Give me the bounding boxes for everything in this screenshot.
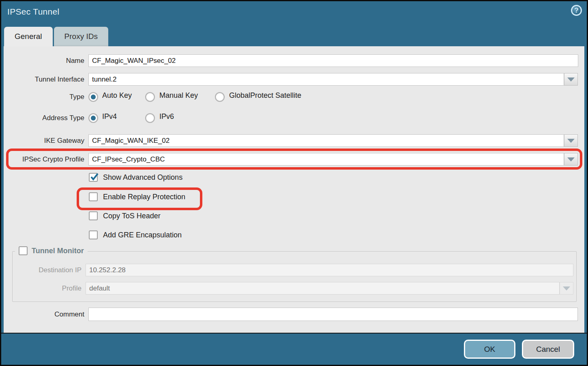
enable-replay-protection-checkbox[interactable]: [89, 192, 98, 201]
address-type-row: Address Type IPv4 IPv6: [4, 113, 584, 123]
dialog-footer: OK Cancel: [1, 333, 587, 365]
tunnel-monitor-checkbox[interactable]: [19, 246, 28, 255]
radio-selected-dot: [91, 116, 96, 121]
ipsec-crypto-profile-dropdown-button[interactable]: [564, 153, 578, 166]
show-advanced-options-checkbox[interactable]: [89, 173, 98, 182]
tunnel-interface-label: Tunnel Interface: [4, 75, 84, 84]
dialog-titlebar: IPSec Tunnel ?: [1, 1, 587, 26]
radio-manual-key[interactable]: [145, 92, 155, 102]
cancel-button[interactable]: Cancel: [522, 340, 574, 359]
chevron-down-icon: [563, 286, 570, 291]
add-gre-encapsulation-checkbox[interactable]: [89, 230, 98, 239]
comment-label: Comment: [4, 310, 84, 319]
dialog-title: IPSec Tunnel: [7, 7, 60, 17]
name-input[interactable]: [88, 54, 578, 67]
address-type-label: Address Type: [4, 114, 84, 122]
chevron-down-icon: [567, 157, 575, 161]
radio-globalprotect-satellite[interactable]: [215, 92, 225, 102]
radio-ipv4[interactable]: [88, 113, 98, 123]
tunnel-interface-input[interactable]: [88, 73, 564, 86]
name-row: Name: [4, 54, 584, 67]
radio-ipv6-label: IPv6: [159, 112, 174, 121]
name-label: Name: [4, 57, 84, 65]
ipsec-tunnel-dialog: IPSec Tunnel ? General Proxy IDs Name Tu…: [0, 0, 588, 366]
comment-input[interactable]: [88, 308, 578, 321]
help-icon[interactable]: ?: [571, 5, 582, 16]
general-tab-panel: Name Tunnel Interface Type Auto Key Manu…: [4, 46, 584, 334]
show-advanced-options-label: Show Advanced Options: [103, 173, 182, 182]
tunnel-monitor-label: Tunnel Monitor: [32, 247, 84, 255]
tab-proxy-ids[interactable]: Proxy IDs: [54, 27, 108, 46]
profile-input: [86, 282, 560, 295]
radio-ipv6[interactable]: [145, 113, 155, 123]
radio-globalprotect-satellite-label: GlobalProtect Satellite: [229, 91, 301, 100]
destination-ip-row: Destination IP: [13, 264, 576, 276]
tunnel-interface-row: Tunnel Interface: [4, 73, 584, 86]
tunnel-interface-dropdown-button[interactable]: [564, 73, 578, 86]
copy-tos-header-checkbox[interactable]: [89, 211, 98, 220]
tab-bar: General Proxy IDs: [4, 27, 108, 46]
ipsec-crypto-profile-label: IPSec Crypto Profile: [4, 155, 84, 164]
profile-dropdown-button: [560, 282, 573, 295]
ike-gateway-input[interactable]: [88, 134, 564, 147]
destination-ip-label: Destination IP: [13, 266, 82, 274]
comment-row: Comment: [4, 308, 584, 321]
tunnel-monitor-legend: Tunnel Monitor: [15, 246, 88, 255]
destination-ip-input: [86, 264, 573, 276]
tunnel-monitor-section: Tunnel Monitor Destination IP Profile: [12, 251, 577, 302]
radio-selected-dot: [91, 95, 96, 99]
radio-ipv4-label: IPv4: [102, 112, 117, 121]
ike-gateway-label: IKE Gateway: [4, 137, 84, 145]
profile-label: Profile: [13, 284, 82, 293]
ipsec-crypto-profile-input[interactable]: [88, 153, 564, 166]
type-label: Type: [4, 93, 84, 101]
enable-replay-protection-row: Enable Replay Protection: [89, 192, 185, 201]
add-gre-encapsulation-label: Add GRE Encapsulation: [103, 231, 182, 239]
copy-tos-header-row: Copy ToS Header: [89, 211, 161, 220]
radio-auto-key[interactable]: [88, 92, 98, 102]
show-advanced-options-row: Show Advanced Options: [89, 173, 182, 182]
chevron-down-icon: [567, 78, 575, 82]
profile-row: Profile: [13, 282, 576, 295]
tab-general[interactable]: General: [4, 27, 53, 46]
enable-replay-protection-label: Enable Replay Protection: [103, 193, 185, 201]
copy-tos-header-label: Copy ToS Header: [103, 212, 161, 220]
ike-gateway-dropdown-button[interactable]: [564, 134, 578, 147]
radio-auto-key-label: Auto Key: [102, 91, 132, 100]
check-icon: [90, 172, 99, 182]
ok-button[interactable]: OK: [464, 340, 515, 359]
chevron-down-icon: [567, 139, 575, 143]
radio-manual-key-label: Manual Key: [159, 91, 198, 100]
add-gre-encapsulation-row: Add GRE Encapsulation: [89, 230, 182, 239]
ipsec-crypto-profile-row: IPSec Crypto Profile: [4, 153, 584, 166]
type-row: Type Auto Key Manual Key GlobalProtect S…: [4, 92, 584, 102]
ike-gateway-row: IKE Gateway: [4, 134, 584, 147]
